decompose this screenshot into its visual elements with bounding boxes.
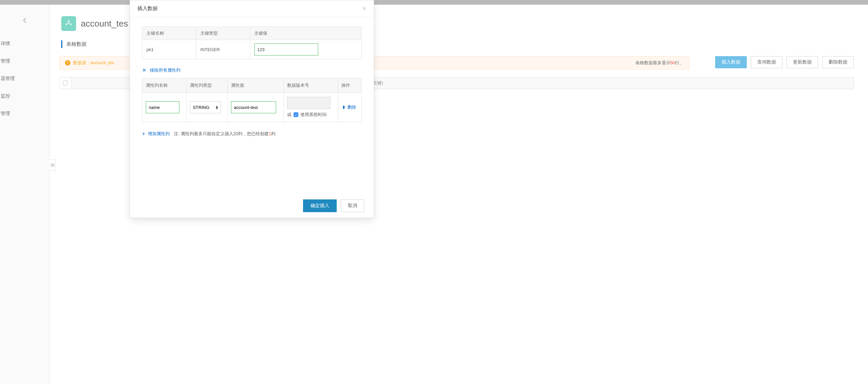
warning-icon: !: [65, 60, 70, 66]
left-sidebar: ‹ 详情 管理 器管理 监控 管理: [0, 5, 50, 384]
add-attribute-link[interactable]: + 增加属性列: [142, 131, 170, 137]
pk-name-cell: pk1: [143, 40, 196, 59]
page-title: account_tes: [81, 19, 128, 29]
chevron-left-icon: ‹: [23, 13, 27, 27]
use-system-time-label: 使用系统时间: [300, 112, 327, 118]
cancel-button[interactable]: 取消: [341, 199, 364, 212]
attr-type-cell: STRING ▲▼: [186, 93, 227, 122]
confirm-insert-button[interactable]: 确定插入: [303, 199, 337, 212]
delete-row-button[interactable]: 删除: [341, 104, 358, 110]
app-root: ‹ 详情 管理 器管理 监控 管理 account_tes 表格数据 !: [0, 0, 868, 384]
attr-version-header: 数据版本号: [283, 78, 338, 93]
attr-name-header: 属性列名称: [143, 78, 187, 93]
modal-header: 插入数据 ×: [130, 0, 374, 17]
pk-type-header: 主键类型: [196, 27, 250, 40]
table-header-row: 主键名称 主键类型 主键值: [143, 27, 362, 40]
close-icon: ✕: [142, 67, 147, 73]
attr-name-input[interactable]: [146, 101, 180, 113]
pk-type-cell: INTEGER: [196, 40, 250, 59]
version-input: [287, 97, 330, 109]
delete-data-button[interactable]: 删除数据: [822, 56, 854, 68]
modal-title: 插入数据: [137, 5, 158, 12]
attr-value-cell: [227, 93, 283, 122]
plus-icon: +: [142, 131, 145, 137]
pk-name-header: 主键名称: [143, 27, 196, 40]
add-attribute-row: + 增加属性列 注: 属性列最多只能自定义插入20列，您已经创建1列: [142, 131, 362, 137]
use-system-time-row: 或 使用系统时间: [287, 112, 327, 118]
table-header-row: 属性列名称 属性列类型 属性值 数据版本号 操作: [143, 78, 362, 93]
tab-table-data[interactable]: 表格数据: [61, 40, 87, 48]
checkbox-icon: [63, 81, 68, 85]
attr-op-header: 操作: [338, 78, 361, 93]
attr-version-cell: 或 使用系统时间: [283, 93, 338, 122]
modal-footer: 确定插入 取消: [130, 194, 374, 217]
attr-value-input[interactable]: [231, 101, 276, 113]
close-icon[interactable]: ×: [362, 5, 366, 12]
table-row: pk1 INTEGER: [143, 40, 362, 59]
sidebar-item-monitor[interactable]: 监控: [0, 88, 50, 105]
query-data-button[interactable]: 查询数据: [751, 56, 782, 68]
use-system-time-checkbox[interactable]: [293, 112, 298, 117]
primary-key-table: 主键名称 主键类型 主键值 pk1 INTEGER: [142, 27, 362, 59]
attr-name-cell: [143, 93, 187, 122]
modal-body: 主键名称 主键类型 主键值 pk1 INTEGER ✕ 移除所有属性列: [130, 17, 374, 194]
pk-value-cell: [250, 40, 362, 59]
attr-type-header: 属性列类型: [186, 78, 227, 93]
table-icon: [61, 16, 76, 31]
sidebar-item-detail[interactable]: 详情: [0, 35, 50, 53]
attr-op-cell: 删除: [338, 93, 361, 122]
insert-data-modal: 插入数据 × 主键名称 主键类型 主键值 pk1 INTEGER: [130, 0, 374, 218]
pk-value-input[interactable]: [254, 43, 318, 56]
add-attribute-note: 注: 属性列最多只能自定义插入20列，您已经创建1列: [174, 131, 275, 137]
or-label: 或: [287, 112, 291, 118]
action-buttons: 插入数据 查询数据 更新数据 删除数据: [715, 56, 854, 70]
attr-type-select[interactable]: STRING: [190, 101, 221, 113]
update-data-button[interactable]: 更新数据: [786, 56, 818, 68]
sidebar-item-manage-2[interactable]: 管理: [0, 105, 50, 123]
banner-left: ! 数据源：account_tes: [65, 60, 114, 66]
sidebar-item-device-manage[interactable]: 器管理: [0, 70, 50, 88]
remove-all-label: 移除所有属性列: [150, 67, 181, 73]
attribute-table: 属性列名称 属性列类型 属性值 数据版本号 操作 STRING: [142, 78, 362, 122]
banner-source: 数据源：account_tes: [73, 60, 114, 66]
trash-icon: [341, 105, 346, 110]
attr-value-header: 属性值: [227, 78, 283, 93]
select-all-checkbox[interactable]: [59, 77, 71, 89]
remove-all-attributes-link[interactable]: ✕ 移除所有属性列: [142, 67, 362, 73]
insert-data-button[interactable]: 插入数据: [715, 56, 747, 68]
back-button[interactable]: ‹: [0, 5, 50, 35]
table-row: STRING ▲▼ 或: [143, 93, 362, 122]
banner-right: 表格数据最多显示50行。: [636, 60, 684, 66]
sidebar-item-manage-1[interactable]: 管理: [0, 53, 50, 70]
pk-value-header: 主键值: [250, 27, 362, 40]
svg-point-2: [70, 24, 71, 25]
